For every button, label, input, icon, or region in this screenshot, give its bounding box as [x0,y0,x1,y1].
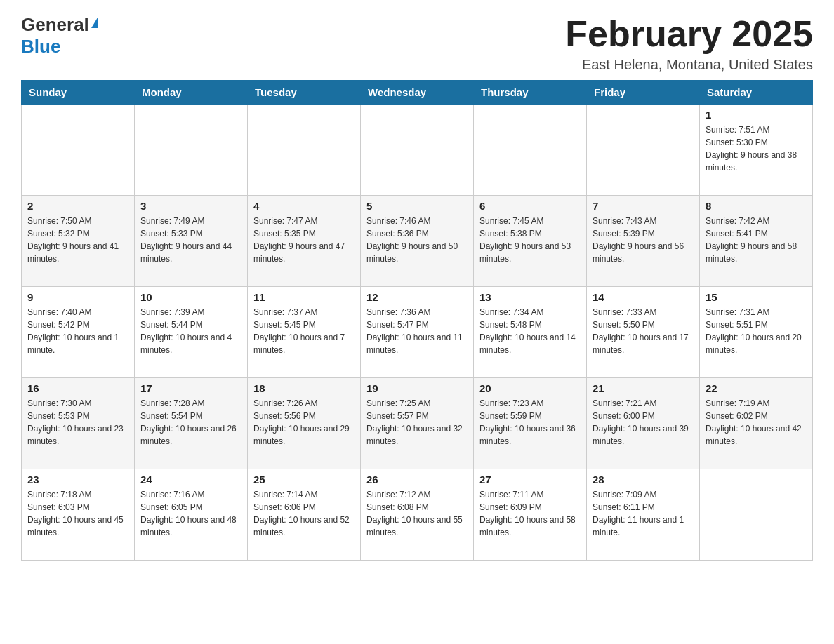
day-number: 3 [140,200,241,212]
day-number: 4 [253,200,355,212]
week-row-4: 16Sunrise: 7:30 AM Sunset: 5:53 PM Dayli… [22,378,813,469]
day-number: 13 [479,291,581,303]
day-number: 7 [593,200,694,212]
logo: General Blue [21,14,98,58]
day-number: 18 [253,382,355,394]
calendar-cell: 2Sunrise: 7:50 AM Sunset: 5:32 PM Daylig… [22,196,135,287]
day-info: Sunrise: 7:30 AM Sunset: 5:53 PM Dayligh… [27,397,128,448]
day-info: Sunrise: 7:40 AM Sunset: 5:42 PM Dayligh… [27,306,128,356]
logo-general-text: General [21,14,89,36]
day-header-friday: Friday [587,81,700,105]
day-number: 19 [366,382,468,394]
calendar-header: SundayMondayTuesdayWednesdayThursdayFrid… [22,81,813,105]
calendar-cell: 10Sunrise: 7:39 AM Sunset: 5:44 PM Dayli… [135,287,248,378]
day-number: 17 [140,382,241,394]
calendar-cell: 16Sunrise: 7:30 AM Sunset: 5:53 PM Dayli… [22,378,135,469]
day-number: 14 [593,291,694,303]
calendar-body: 1Sunrise: 7:51 AM Sunset: 5:30 PM Daylig… [22,105,813,561]
day-number: 23 [27,474,128,485]
day-info: Sunrise: 7:12 AM Sunset: 6:08 PM Dayligh… [366,488,468,539]
calendar-title: February 2025 [565,14,813,54]
calendar-cell: 26Sunrise: 7:12 AM Sunset: 6:08 PM Dayli… [361,469,474,561]
calendar-cell [587,105,700,196]
day-info: Sunrise: 7:25 AM Sunset: 5:57 PM Dayligh… [366,397,468,448]
calendar-cell: 14Sunrise: 7:33 AM Sunset: 5:50 PM Dayli… [587,287,700,378]
calendar-cell: 9Sunrise: 7:40 AM Sunset: 5:42 PM Daylig… [22,287,135,378]
day-number: 9 [27,291,128,303]
week-row-5: 23Sunrise: 7:18 AM Sunset: 6:03 PM Dayli… [22,469,813,561]
calendar-cell: 5Sunrise: 7:46 AM Sunset: 5:36 PM Daylig… [361,196,474,287]
week-row-2: 2Sunrise: 7:50 AM Sunset: 5:32 PM Daylig… [22,196,813,287]
day-info: Sunrise: 7:39 AM Sunset: 5:44 PM Dayligh… [140,306,241,356]
day-info: Sunrise: 7:50 AM Sunset: 5:32 PM Dayligh… [27,215,128,265]
day-number: 15 [706,291,807,303]
day-number: 1 [706,109,807,121]
day-number: 12 [366,291,468,303]
day-number: 26 [366,474,468,485]
calendar-cell: 28Sunrise: 7:09 AM Sunset: 6:11 PM Dayli… [587,469,700,561]
day-info: Sunrise: 7:43 AM Sunset: 5:39 PM Dayligh… [593,215,694,265]
day-info: Sunrise: 7:23 AM Sunset: 5:59 PM Dayligh… [479,397,581,448]
day-info: Sunrise: 7:31 AM Sunset: 5:51 PM Dayligh… [706,306,807,356]
week-row-1: 1Sunrise: 7:51 AM Sunset: 5:30 PM Daylig… [22,105,813,196]
calendar-cell: 22Sunrise: 7:19 AM Sunset: 6:02 PM Dayli… [700,378,813,469]
calendar-cell: 17Sunrise: 7:28 AM Sunset: 5:54 PM Dayli… [135,378,248,469]
day-info: Sunrise: 7:33 AM Sunset: 5:50 PM Dayligh… [593,306,694,356]
day-number: 21 [593,382,694,394]
calendar-cell: 13Sunrise: 7:34 AM Sunset: 5:48 PM Dayli… [474,287,587,378]
calendar-cell: 24Sunrise: 7:16 AM Sunset: 6:05 PM Dayli… [135,469,248,561]
calendar-cell: 21Sunrise: 7:21 AM Sunset: 6:00 PM Dayli… [587,378,700,469]
day-number: 20 [479,382,581,394]
day-header-thursday: Thursday [474,81,587,105]
calendar-cell: 25Sunrise: 7:14 AM Sunset: 6:06 PM Dayli… [248,469,361,561]
day-number: 8 [706,200,807,212]
calendar-cell: 11Sunrise: 7:37 AM Sunset: 5:45 PM Dayli… [248,287,361,378]
day-info: Sunrise: 7:47 AM Sunset: 5:35 PM Dayligh… [253,215,355,265]
day-info: Sunrise: 7:09 AM Sunset: 6:11 PM Dayligh… [593,488,694,539]
day-info: Sunrise: 7:42 AM Sunset: 5:41 PM Dayligh… [706,215,807,265]
calendar-cell: 6Sunrise: 7:45 AM Sunset: 5:38 PM Daylig… [474,196,587,287]
day-info: Sunrise: 7:36 AM Sunset: 5:47 PM Dayligh… [366,306,468,356]
calendar-cell: 18Sunrise: 7:26 AM Sunset: 5:56 PM Dayli… [248,378,361,469]
day-info: Sunrise: 7:46 AM Sunset: 5:36 PM Dayligh… [366,215,468,265]
logo-blue-text: Blue [21,36,60,58]
day-info: Sunrise: 7:11 AM Sunset: 6:09 PM Dayligh… [479,488,581,539]
calendar-cell: 27Sunrise: 7:11 AM Sunset: 6:09 PM Dayli… [474,469,587,561]
day-info: Sunrise: 7:16 AM Sunset: 6:05 PM Dayligh… [140,488,241,539]
calendar-cell: 20Sunrise: 7:23 AM Sunset: 5:59 PM Dayli… [474,378,587,469]
calendar-cell [248,105,361,196]
day-header-sunday: Sunday [22,81,135,105]
day-info: Sunrise: 7:26 AM Sunset: 5:56 PM Dayligh… [253,397,355,448]
day-header-saturday: Saturday [700,81,813,105]
day-header-monday: Monday [135,81,248,105]
calendar-cell: 4Sunrise: 7:47 AM Sunset: 5:35 PM Daylig… [248,196,361,287]
day-number: 11 [253,291,355,303]
logo-triangle-icon [91,18,98,28]
calendar-cell [474,105,587,196]
calendar-cell: 8Sunrise: 7:42 AM Sunset: 5:41 PM Daylig… [700,196,813,287]
calendar-cell [361,105,474,196]
calendar-cell [135,105,248,196]
day-header-wednesday: Wednesday [361,81,474,105]
day-number: 22 [706,382,807,394]
day-header-tuesday: Tuesday [248,81,361,105]
page-header: General Blue February 2025 East Helena, … [21,14,813,73]
day-info: Sunrise: 7:18 AM Sunset: 6:03 PM Dayligh… [27,488,128,539]
day-number: 2 [27,200,128,212]
calendar-cell [22,105,135,196]
day-number: 6 [479,200,581,212]
day-info: Sunrise: 7:34 AM Sunset: 5:48 PM Dayligh… [479,306,581,356]
days-of-week-row: SundayMondayTuesdayWednesdayThursdayFrid… [22,81,813,105]
calendar-subtitle: East Helena, Montana, United States [565,57,813,73]
calendar-cell: 19Sunrise: 7:25 AM Sunset: 5:57 PM Dayli… [361,378,474,469]
day-info: Sunrise: 7:28 AM Sunset: 5:54 PM Dayligh… [140,397,241,448]
day-number: 16 [27,382,128,394]
day-info: Sunrise: 7:45 AM Sunset: 5:38 PM Dayligh… [479,215,581,265]
calendar-cell: 12Sunrise: 7:36 AM Sunset: 5:47 PM Dayli… [361,287,474,378]
calendar-cell: 1Sunrise: 7:51 AM Sunset: 5:30 PM Daylig… [700,105,813,196]
week-row-3: 9Sunrise: 7:40 AM Sunset: 5:42 PM Daylig… [22,287,813,378]
day-number: 24 [140,474,241,485]
calendar-cell: 23Sunrise: 7:18 AM Sunset: 6:03 PM Dayli… [22,469,135,561]
calendar-cell: 15Sunrise: 7:31 AM Sunset: 5:51 PM Dayli… [700,287,813,378]
day-info: Sunrise: 7:19 AM Sunset: 6:02 PM Dayligh… [706,397,807,448]
